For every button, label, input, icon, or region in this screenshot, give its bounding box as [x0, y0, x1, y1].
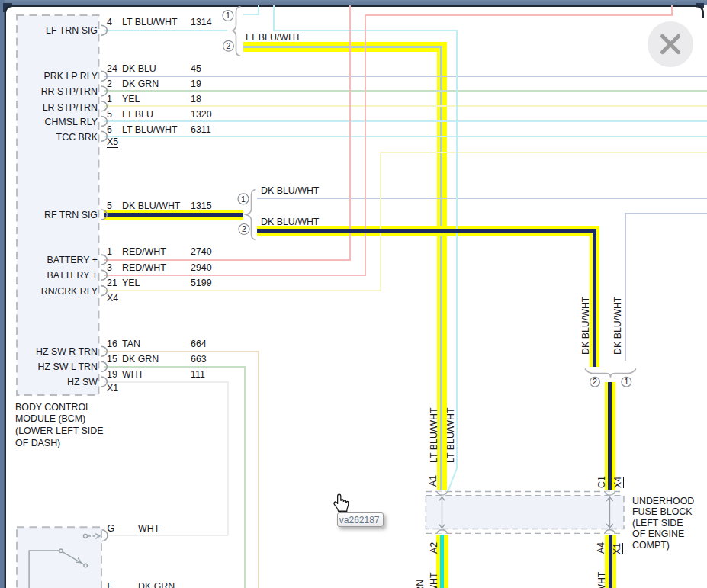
svg-text:1: 1	[226, 11, 230, 20]
svg-text:2: 2	[593, 377, 597, 386]
svg-text:2: 2	[242, 224, 246, 233]
svg-text:1: 1	[241, 194, 246, 204]
svg-text:1: 1	[624, 377, 628, 386]
svg-text:2: 2	[227, 41, 231, 50]
